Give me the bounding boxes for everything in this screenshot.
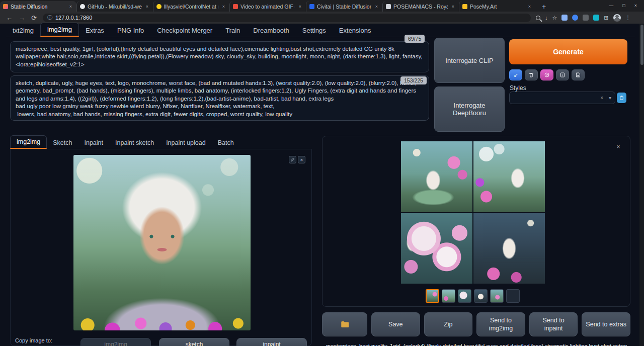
close-gallery-icon[interactable]: ×	[614, 143, 622, 151]
subtab-img2img[interactable]: img2img	[10, 135, 47, 149]
source-image[interactable]	[73, 155, 251, 330]
zip-label: Zip	[444, 320, 452, 328]
subtab-inpaint-upload[interactable]: Inpaint upload	[160, 137, 212, 149]
browser-tab-gif-converter[interactable]: Video to animated GIF converter ×	[229, 1, 306, 12]
subtab-inpaint-sketch[interactable]: Inpaint sketch	[109, 137, 160, 149]
clear-prompt-button[interactable]	[525, 69, 538, 80]
copy-to-img2img-label: img2img	[104, 341, 127, 346]
close-tab-icon[interactable]: ×	[297, 4, 303, 10]
new-tab-button[interactable]: +	[538, 2, 549, 12]
apply-style-button[interactable]	[556, 69, 569, 80]
paste-params-button[interactable]: ↙	[509, 69, 522, 80]
download-icon[interactable]: ↓	[545, 15, 548, 21]
subtab-batch[interactable]: Batch	[212, 137, 240, 149]
folder-icon	[340, 320, 349, 329]
save-button[interactable]: Save	[371, 312, 420, 336]
copy-to-img2img-button[interactable]: img2img	[80, 338, 151, 346]
tab-txt2img[interactable]: txt2img	[6, 24, 40, 37]
posemyart-favicon	[462, 4, 467, 9]
send-to-img2img-button[interactable]: Send to img2img	[476, 312, 525, 336]
tab-extras[interactable]: Extras	[79, 24, 111, 37]
extension-icon-2[interactable]	[572, 15, 578, 21]
window-maximize-icon[interactable]: □	[622, 3, 625, 8]
save-style-button[interactable]	[572, 69, 585, 80]
side-panel-icon[interactable]: ⊞	[604, 15, 608, 21]
github-favicon	[80, 4, 85, 9]
back-icon[interactable]: ←	[6, 14, 13, 22]
gallery-image-4[interactable]	[473, 213, 545, 284]
clear-styles-icon[interactable]: ×	[600, 95, 603, 101]
browser-tab-github[interactable]: GitHub - Mikubill/sd-webui-con... ×	[76, 1, 153, 12]
send-to-extras-button[interactable]: Send to extras	[582, 312, 630, 336]
close-tab-icon[interactable]: ×	[450, 4, 456, 10]
apply-styles-button[interactable]	[617, 93, 626, 103]
profile-avatar[interactable]	[613, 14, 621, 22]
browser-tab-posemaniacs[interactable]: POSEMANIACS - Royalty free 3... ×	[382, 1, 459, 12]
interrogate-clip-button[interactable]: Interrogate CLIP	[434, 38, 505, 83]
gallery-image-2[interactable]	[473, 141, 545, 212]
zoom-icon[interactable]	[536, 16, 540, 20]
tab-checkpoint-merger[interactable]: Checkpoint Merger	[150, 24, 219, 37]
gallery-image-1[interactable]	[401, 141, 472, 212]
close-tab-icon[interactable]: ×	[144, 4, 150, 10]
tab-title: GitHub - Mikubill/sd-webui-con...	[88, 4, 142, 10]
tab-extensions[interactable]: Extensions	[333, 24, 378, 37]
site-info-icon[interactable]: ⓘ	[47, 14, 52, 21]
extension-icon-1[interactable]	[561, 15, 568, 21]
forward-icon[interactable]: →	[19, 14, 25, 22]
browser-tab-controlnet[interactable]: lllyasviel/ControlNet at main ×	[153, 1, 229, 12]
open-folder-button[interactable]	[322, 312, 367, 336]
floppy-icon	[575, 72, 581, 78]
window-close-icon[interactable]: ×	[634, 3, 637, 8]
page-scrollbar[interactable]	[639, 24, 644, 346]
browser-tab-stable-diffusion[interactable]: Stable Diffusion ×	[0, 1, 76, 12]
interrogate-deepbooru-button[interactable]: Interrogate DeepBooru	[434, 86, 505, 132]
browser-tab-posemyart[interactable]: PoseMy.Art ×	[459, 1, 535, 12]
stable-diffusion-favicon	[3, 4, 8, 9]
extension-icon-4[interactable]	[593, 15, 599, 21]
copy-to-sketch-button[interactable]: sketch	[159, 338, 229, 346]
close-tab-icon[interactable]: ×	[374, 4, 379, 10]
browser-tab-civitai[interactable]: Civitai | Stable Diffusion model... ×	[306, 1, 382, 12]
edit-image-button[interactable]	[289, 156, 296, 163]
tab-png-info[interactable]: PNG Info	[111, 24, 150, 37]
extension-icon-3[interactable]	[583, 15, 589, 21]
gallery-image-3[interactable]	[401, 213, 472, 284]
window-minimize-icon[interactable]: —	[609, 3, 613, 8]
gallery-thumbnail-2[interactable]	[442, 289, 455, 303]
send-to-inpaint-button[interactable]: Send to inpaint	[529, 312, 578, 336]
send-to-extras-label: Send to extras	[586, 320, 626, 328]
gallery-thumbnail-4[interactable]	[474, 289, 488, 303]
scrollbar-thumb[interactable]	[640, 25, 643, 65]
close-tab-icon[interactable]: ×	[221, 4, 226, 10]
subtab-sketch[interactable]: Sketch	[47, 137, 78, 149]
tab-img2img[interactable]: img2img	[40, 23, 79, 37]
zip-button[interactable]: Zip	[424, 312, 473, 336]
address-bar[interactable]: ⓘ 127.0.0.1:7860	[43, 14, 531, 22]
close-tab-icon[interactable]: ×	[527, 4, 532, 10]
copy-to-inpaint-button[interactable]: inpaint	[236, 338, 307, 346]
styles-dropdown[interactable]: × ▾	[509, 92, 615, 104]
gallery-thumbnail-6[interactable]	[506, 289, 520, 303]
clear-image-button[interactable]: ×	[298, 156, 305, 163]
gallery-thumbnail-3[interactable]	[458, 289, 471, 303]
window-controls: — □ ×	[604, 0, 642, 11]
close-tab-icon[interactable]: ×	[68, 4, 73, 10]
tab-train[interactable]: Train	[219, 24, 247, 37]
browser-menu-icon[interactable]: ⋮	[625, 15, 631, 21]
gallery-thumbnail-5[interactable]	[490, 289, 504, 303]
tab-dreambooth[interactable]: Dreambooth	[247, 24, 296, 37]
bookmark-star-icon[interactable]: ☆	[552, 15, 557, 21]
gallery-thumbnail-1[interactable]	[426, 289, 439, 303]
tab-settings[interactable]: Settings	[296, 24, 333, 37]
styles-label: Styles	[510, 84, 526, 92]
subtab-inpaint[interactable]: Inpaint	[78, 137, 109, 149]
prompt-input[interactable]: masterpiece, best quality, 1girl, (color…	[10, 41, 429, 72]
tab-title: Stable Diffusion	[11, 4, 65, 10]
reload-icon[interactable]: ⟳	[31, 14, 37, 22]
url-text: 127.0.0.1:7860	[55, 15, 92, 21]
style-palette-button[interactable]	[540, 69, 553, 80]
generate-button[interactable]: Generate	[509, 39, 627, 64]
negative-prompt-input[interactable]: sketch, duplicate, ugly, huge eyes, text…	[10, 75, 429, 121]
chevron-down-icon[interactable]: ▾	[609, 95, 611, 101]
